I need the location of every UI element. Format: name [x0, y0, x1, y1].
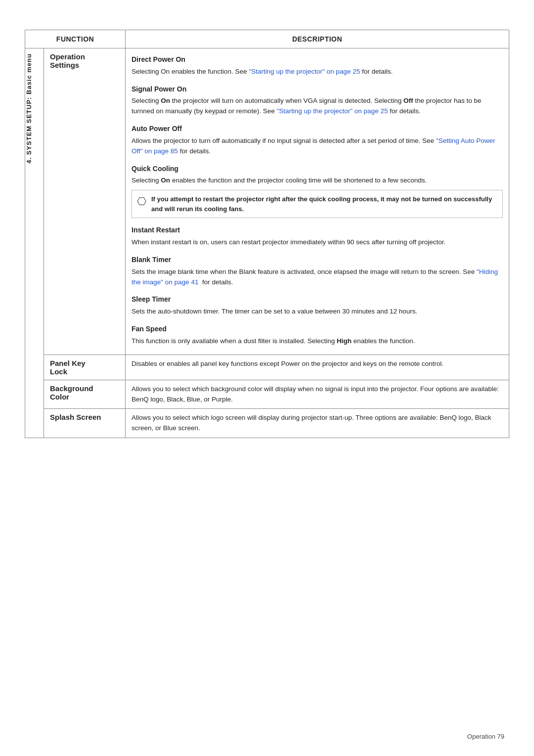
- operation-settings-description: Direct Power On Selecting On enables the…: [126, 48, 509, 355]
- auto-power-off-link[interactable]: "Setting Auto Power Off" on page 85: [132, 137, 495, 155]
- quick-cooling-heading: Quick Cooling: [132, 164, 503, 175]
- fan-speed-heading: Fan Speed: [132, 324, 503, 335]
- col1-header: FUNCTION: [25, 30, 126, 48]
- background-color-text: Allows you to select which background co…: [132, 385, 499, 403]
- signal-power-on-text: Selecting On the projector will turn on …: [132, 96, 503, 117]
- background-color-function: BackgroundColor: [44, 380, 126, 409]
- operation-settings-label: OperationSettings: [50, 52, 85, 69]
- quick-cooling-note: ⎔ If you attempt to restart the projecto…: [132, 190, 503, 218]
- direct-power-on-link[interactable]: "Starting up the projector" on page 25: [249, 68, 360, 75]
- footer-text: Operation 79: [467, 733, 504, 740]
- panel-key-lock-label: Panel KeyLock: [50, 359, 86, 376]
- background-color-description: Allows you to select which background co…: [126, 380, 509, 409]
- panel-key-lock-function: Panel KeyLock: [44, 355, 126, 380]
- auto-power-off-heading: Auto Power Off: [132, 124, 503, 134]
- sidebar-cell: 4. SYSTEM SETUP: Basic menu: [25, 48, 44, 438]
- sleep-timer-heading: Sleep Timer: [132, 294, 503, 305]
- background-color-row: BackgroundColor Allows you to select whi…: [25, 380, 509, 409]
- page-footer: Operation 79: [467, 733, 504, 740]
- auto-power-off-text: Allows the projector to turn off automat…: [132, 136, 503, 157]
- operation-settings-function: OperationSettings: [44, 48, 126, 355]
- fan-speed-text: This function is only available when a d…: [132, 336, 503, 347]
- main-table: FUNCTION DESCRIPTION 4. SYSTEM SETUP: Ba…: [25, 30, 509, 438]
- sleep-timer-text: Sets the auto-shutdown timer. The timer …: [132, 307, 503, 317]
- sidebar-label: 4. SYSTEM SETUP: Basic menu: [25, 48, 33, 169]
- instant-restart-text: When instant restart is on, users can re…: [132, 237, 503, 248]
- note-icon: ⎔: [137, 193, 146, 210]
- splash-screen-text: Allows you to select which logo screen w…: [132, 414, 491, 432]
- instant-restart-heading: Instant Restart: [132, 225, 503, 236]
- splash-screen-row: Splash Screen Allows you to select which…: [25, 409, 509, 438]
- panel-key-lock-row: Panel KeyLock Disables or enables all pa…: [25, 355, 509, 380]
- col2-header: DESCRIPTION: [126, 30, 509, 48]
- quick-cooling-text: Selecting On enables the function and th…: [132, 176, 503, 186]
- direct-power-on-text: Selecting On enables the function. See "…: [132, 67, 503, 77]
- signal-power-on-link[interactable]: "Starting up the projector" on page 25: [276, 107, 388, 115]
- splash-screen-description: Allows you to select which logo screen w…: [126, 409, 509, 438]
- note-text: If you attempt to restart the projector …: [151, 194, 497, 214]
- blank-timer-link[interactable]: "Hiding the image" on page 41: [132, 268, 498, 286]
- table-header-row: FUNCTION DESCRIPTION: [25, 30, 509, 48]
- blank-timer-text: Sets the image blank time when the Blank…: [132, 267, 503, 288]
- blank-timer-heading: Blank Timer: [132, 255, 503, 266]
- splash-screen-label: Splash Screen: [50, 413, 101, 421]
- operation-settings-row: 4. SYSTEM SETUP: Basic menu OperationSet…: [25, 48, 509, 355]
- panel-key-lock-text: Disables or enables all panel key functi…: [132, 360, 444, 367]
- splash-screen-function: Splash Screen: [44, 409, 126, 438]
- page-container: FUNCTION DESCRIPTION 4. SYSTEM SETUP: Ba…: [25, 0, 509, 478]
- background-color-label: BackgroundColor: [50, 384, 93, 401]
- direct-power-on-heading: Direct Power On: [132, 54, 503, 65]
- panel-key-lock-description: Disables or enables all panel key functi…: [126, 355, 509, 380]
- signal-power-on-heading: Signal Power On: [132, 84, 503, 95]
